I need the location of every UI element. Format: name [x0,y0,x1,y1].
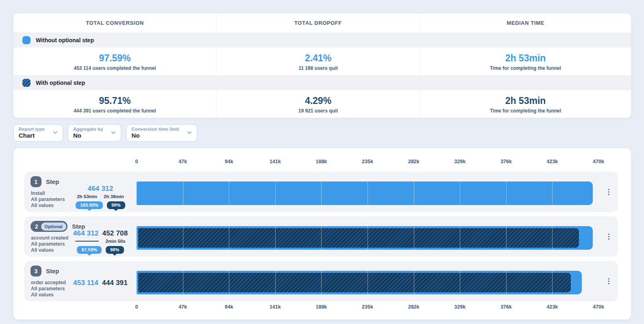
median-time-value: 2h 53min [505,53,546,64]
dropdown-label: Aggregate by [73,127,103,132]
gridline [183,226,183,250]
dropoff-value: 4.29% [305,95,331,106]
chevron-down-icon [187,129,192,134]
conversion-badges: 100.00% 98% [76,201,125,209]
axis-tick-label: 141k [270,159,281,164]
secondary-median-time: 2h 38min [104,194,124,199]
gridline [275,226,276,250]
median-times: 2h 53min 2h 38min [77,194,124,199]
primary-conversion-badge: 97.59% [77,246,102,254]
event-parameters: All parameters [31,197,65,203]
event-parameters: All parameters [31,286,66,292]
median-time-cell: 2h 53min Time for completing the funnel [420,90,631,118]
step-event-details: order accepted All parameters All values [31,280,66,298]
funnel-step-row-2[interactable]: 2 Optional Step account created All para… [24,216,618,257]
bar-track [137,226,598,250]
primary-conversion-badge: 100.00% [76,201,103,209]
axis-tick-label: 282k [408,304,420,310]
axis-tick-label: 329k [454,159,466,164]
gridline [229,181,229,205]
group-row-with-optional: With optional step [13,75,631,90]
column-header-total-dropoff: TOTAL DROPOFF [217,13,420,32]
secondary-user-count: 452 708 [102,229,128,238]
funnel-chart-card: 047k94k141k188k235k282k329k376k423k470k … [13,148,631,320]
no-time-divider [75,241,99,242]
gridline [506,181,507,205]
conversion-cell: 95.71% 444 391 users completed the funne… [13,90,217,118]
aggregate-by-dropdown[interactable]: Aggregate by No [68,124,122,142]
primary-user-count: 453 114 [73,279,98,287]
axis-tick-label: 470k [593,304,604,310]
step-metrics: 464 312 452 708 2min 50s 97.59% 98% [62,229,139,254]
chevron-down-icon [111,129,116,134]
axis-tick-label: 423k [546,304,558,310]
secondary-median-time: 2min 50s [105,239,125,244]
axis-tick-label: 94k [225,304,233,310]
gridline [321,271,322,294]
bar-track [137,181,598,205]
dropoff-value: 2.41% [305,53,331,64]
gridline [183,181,183,205]
axis-tick-label: 47k [178,159,187,164]
gridline [414,271,414,294]
axis-tick-label: 141k [270,304,281,310]
group-label: Without optional step [36,37,94,43]
secondary-conversion-badge: 98% [106,246,124,254]
axis-tick-label: 188k [315,159,327,164]
axis-tick-label: 423k [546,159,558,164]
dropdown-label: Report type [19,127,45,132]
gridline [414,181,414,205]
step-number-badge: 1 [30,176,41,187]
gridline [460,271,460,294]
conversion-subtext: 444 391 users completed the funnel [74,108,156,114]
axis-tick-label: 376k [500,304,512,310]
funnel-step-row-1[interactable]: 1 Step Install All parameters All values… [24,172,618,212]
conversion-time-limit-dropdown[interactable]: Conversion time limit No [126,124,197,142]
group-label: With optional step [36,80,85,86]
report-type-dropdown[interactable]: Report type Chart [13,124,63,142]
gridline [321,181,322,205]
step-metrics: 464 312 2h 53min 2h 38min 100.00% 98% [62,185,139,209]
dropdown-value: Chart [19,132,45,139]
axis-tick-label: 329k [454,304,466,310]
gridline [598,181,599,205]
primary-user-count: 464 312 [73,229,99,238]
gridline [229,271,229,294]
kebab-menu-icon[interactable] [606,231,612,242]
dropdown-value: No [131,132,179,139]
dropdown-label: Conversion time limit [131,127,179,132]
step-header: 3 Step [30,266,59,276]
axis-tick-label: 470k [593,159,604,164]
gridline [506,226,507,250]
step-event-details: Install All parameters All values [31,190,65,209]
conversion-value: 97.59% [99,53,131,64]
median-time-cell: 2h 53min Time for completing the funnel [420,48,631,75]
axis-tick-label: 0 [135,159,138,164]
median-times: 2min 50s [75,239,125,244]
median-time-subtext: Time for completing the funnel [490,108,561,114]
bar-with-optional[interactable] [138,228,579,248]
step-title: Step [72,223,85,230]
gridline [552,181,553,205]
gridline [368,271,368,294]
dropoff-cell: 4.29% 19 921 users quit [217,90,420,118]
axis-tick-label: 188k [315,304,327,310]
gridline [552,271,553,294]
axis-tick-label: 282k [408,159,420,164]
kebab-menu-icon[interactable] [606,276,612,287]
bar-track [137,271,598,294]
bar-without-optional[interactable] [137,181,593,205]
kebab-menu-icon[interactable] [606,186,612,198]
primary-median-time: 2h 53min [77,194,97,199]
gridline [598,226,599,250]
axis-tick-label: 47k [178,304,187,310]
step-number: 2 [35,223,38,230]
gridline [275,271,276,294]
conversion-badges: 97.59% 98% [77,246,124,254]
conversion-value: 95.71% [99,95,131,106]
step-metrics: 453 114 444 391 [62,279,139,287]
gridline [321,226,322,250]
secondary-conversion-badge: 98% [107,201,125,209]
step-title: Step [46,268,59,274]
funnel-step-row-3[interactable]: 3 Step order accepted All parameters All… [24,261,618,301]
